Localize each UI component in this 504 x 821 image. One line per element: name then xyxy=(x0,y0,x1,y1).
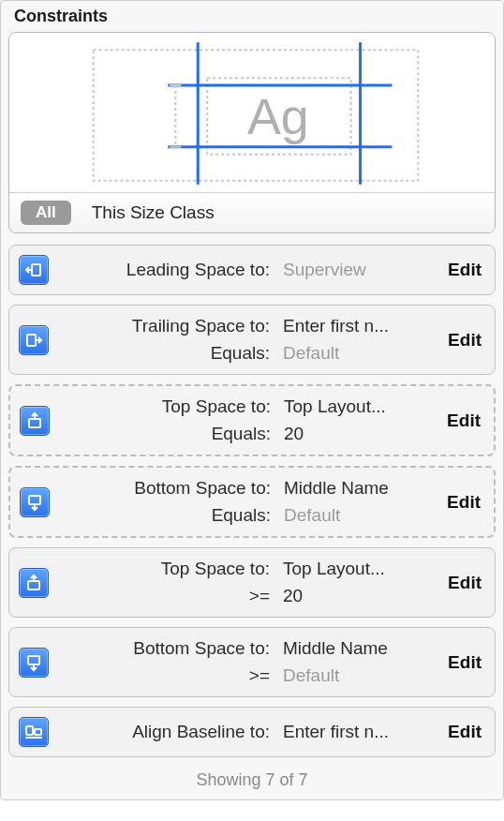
constraint-row[interactable]: Top Space to: >= Top Layout... 20 Edit xyxy=(8,547,496,618)
edit-button[interactable]: Edit xyxy=(429,722,485,742)
tab-all[interactable]: All xyxy=(21,201,71,225)
constraint-row[interactable]: Align Baseline to: Enter first n... Edit xyxy=(8,707,496,757)
svg-rect-19 xyxy=(28,656,39,664)
constraint-relation-label: >= xyxy=(249,583,270,610)
constraint-value: 20 xyxy=(284,421,304,448)
top-constraint-icon xyxy=(19,568,49,598)
baseline-constraint-icon xyxy=(19,717,49,747)
constraint-label: Align Baseline to: xyxy=(132,719,270,746)
preview-card: Ag All This Size Class xyxy=(8,32,496,233)
constraint-label: Trailing Space to: xyxy=(132,313,270,340)
constraint-value: Default xyxy=(283,340,339,367)
constraint-label: Leading Space to: xyxy=(126,257,270,284)
constraint-label: Bottom Space to: xyxy=(134,475,271,502)
constraint-value: Default xyxy=(284,502,340,530)
constraint-row[interactable]: Top Space to: Equals: Top Layout... 20 E… xyxy=(8,384,496,456)
constraint-target: Top Layout... xyxy=(283,556,385,583)
constraint-value: Default xyxy=(283,663,339,690)
leading-constraint-icon xyxy=(19,255,49,285)
constraint-label: Bottom Space to: xyxy=(133,635,270,663)
svg-rect-17 xyxy=(28,581,39,590)
tab-this-size-class[interactable]: This Size Class xyxy=(92,202,215,223)
edit-button[interactable]: Edit xyxy=(429,652,485,673)
constraint-value: 20 xyxy=(283,583,303,610)
constraint-relation-label: >= xyxy=(249,663,270,690)
svg-rect-9 xyxy=(32,264,40,276)
constraint-target: Middle Name xyxy=(284,475,389,502)
constraint-target: Superview xyxy=(283,257,366,283)
constraint-relation-label: Equals: xyxy=(211,340,270,367)
constraint-label: Top Space to: xyxy=(162,394,271,421)
top-constraint-icon xyxy=(20,406,50,436)
edit-button[interactable]: Edit xyxy=(428,410,484,431)
footer-status: Showing 7 of 7 xyxy=(8,770,496,790)
constraints-panel: Constraints Ag All xyxy=(0,0,504,800)
constraint-row[interactable]: Trailing Space to: Equals: Enter first n… xyxy=(8,305,496,375)
constraint-label: Top Space to: xyxy=(161,556,270,583)
constraint-list: Leading Space to: Superview Edit Trailin… xyxy=(8,245,496,757)
panel-title: Constraints xyxy=(14,7,496,26)
constraint-row[interactable]: Bottom Space to: Equals: Middle Name Def… xyxy=(8,466,496,538)
constraint-relation-label: Equals: xyxy=(212,421,271,448)
edit-button[interactable]: Edit xyxy=(429,330,485,351)
diagram-label-text: Ag xyxy=(247,88,309,144)
svg-rect-13 xyxy=(29,419,40,427)
constraint-relation-label: Equals: xyxy=(212,502,271,530)
trailing-constraint-icon xyxy=(19,325,49,355)
edit-button[interactable]: Edit xyxy=(429,573,485,593)
constraint-target: Middle Name xyxy=(283,635,388,663)
edit-button[interactable]: Edit xyxy=(428,492,484,513)
svg-rect-11 xyxy=(27,335,36,346)
constraint-row[interactable]: Leading Space to: Superview Edit xyxy=(8,245,496,295)
size-class-tabbar: All This Size Class xyxy=(9,192,495,232)
bottom-constraint-icon xyxy=(19,648,49,678)
svg-rect-22 xyxy=(35,729,41,735)
svg-rect-15 xyxy=(29,496,40,504)
edit-button[interactable]: Edit xyxy=(429,260,485,280)
svg-rect-21 xyxy=(26,726,33,735)
constraint-diagram[interactable]: Ag xyxy=(9,33,495,192)
constraint-target: Enter first n... xyxy=(283,313,389,340)
constraint-row[interactable]: Bottom Space to: >= Middle Name Default … xyxy=(8,627,496,697)
constraint-target: Enter first n... xyxy=(283,719,389,745)
bottom-constraint-icon xyxy=(20,487,50,517)
constraint-target: Top Layout... xyxy=(284,394,386,421)
